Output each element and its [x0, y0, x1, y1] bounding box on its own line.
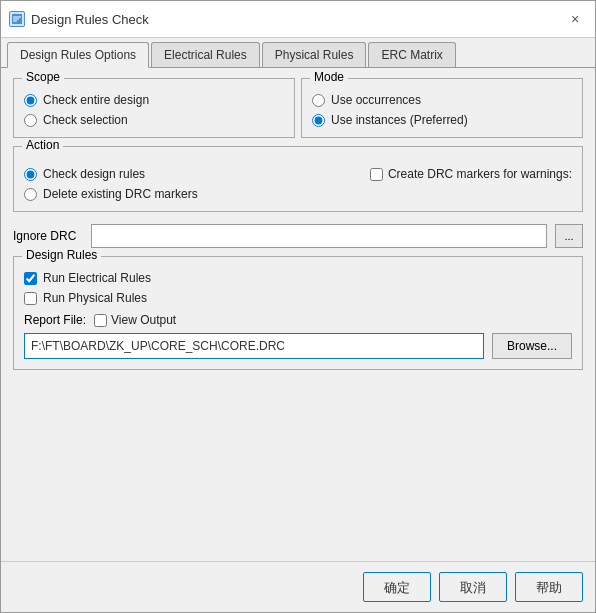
title-bar: Design Rules Check × [1, 1, 595, 38]
scope-selection-label: Check selection [43, 113, 128, 127]
run-physical-item[interactable]: Run Physical Rules [24, 291, 572, 305]
scope-group: Scope Check entire design Check selectio… [13, 78, 295, 138]
run-physical-label: Run Physical Rules [43, 291, 147, 305]
file-path-row: Browse... [24, 333, 572, 359]
tab-electrical-rules[interactable]: Electrical Rules [151, 42, 260, 67]
scope-selection-radio[interactable] [24, 114, 37, 127]
browse-button[interactable]: Browse... [492, 333, 572, 359]
tab-erc-matrix[interactable]: ERC Matrix [368, 42, 455, 67]
scope-radio-group: Check entire design Check selection [24, 93, 284, 127]
run-electrical-label: Run Electrical Rules [43, 271, 151, 285]
title-bar-left: Design Rules Check [9, 11, 149, 27]
run-electrical-item[interactable]: Run Electrical Rules [24, 271, 572, 285]
main-window: Design Rules Check × Design Rules Option… [0, 0, 596, 613]
tab-physical-rules[interactable]: Physical Rules [262, 42, 367, 67]
report-file-label: Report File: [24, 313, 86, 327]
mode-instances[interactable]: Use instances (Preferred) [312, 113, 572, 127]
ignore-drc-row: Ignore DRC ... [13, 224, 583, 248]
action-delete-markers[interactable]: Delete existing DRC markers [24, 187, 198, 201]
design-rules-checkboxes: Run Electrical Rules Run Physical Rules [24, 271, 572, 305]
create-drc-label: Create DRC markers for warnings: [388, 167, 572, 181]
action-left: Check design rules Delete existing DRC m… [24, 167, 198, 201]
mode-occurrences[interactable]: Use occurrences [312, 93, 572, 107]
close-button[interactable]: × [563, 7, 587, 31]
create-drc-checkbox-item[interactable]: Create DRC markers for warnings: [370, 167, 572, 181]
action-right: Create DRC markers for warnings: [370, 167, 572, 201]
run-physical-checkbox[interactable] [24, 292, 37, 305]
mode-occurrences-radio[interactable] [312, 94, 325, 107]
scope-entire-label: Check entire design [43, 93, 149, 107]
action-delete-radio[interactable] [24, 188, 37, 201]
scope-entire-radio[interactable] [24, 94, 37, 107]
window-title: Design Rules Check [31, 12, 149, 27]
tab-design-rules-options[interactable]: Design Rules Options [7, 42, 149, 68]
mode-instances-radio[interactable] [312, 114, 325, 127]
ignore-drc-label: Ignore DRC [13, 229, 83, 243]
ignore-drc-ellipsis-button[interactable]: ... [555, 224, 583, 248]
footer: 确定 取消 帮助 [1, 561, 595, 612]
confirm-button[interactable]: 确定 [363, 572, 431, 602]
mode-occurrences-label: Use occurrences [331, 93, 421, 107]
scope-entire-design[interactable]: Check entire design [24, 93, 284, 107]
help-button[interactable]: 帮助 [515, 572, 583, 602]
mode-group: Mode Use occurrences Use instances (Pref… [301, 78, 583, 138]
scope-mode-row: Scope Check entire design Check selectio… [13, 78, 583, 138]
cancel-button[interactable]: 取消 [439, 572, 507, 602]
mode-instances-label: Use instances (Preferred) [331, 113, 468, 127]
scope-legend: Scope [22, 70, 64, 84]
file-path-input[interactable] [24, 333, 484, 359]
action-group: Action Check design rules Delete existin… [13, 146, 583, 212]
app-icon [9, 11, 25, 27]
action-check-radio[interactable] [24, 168, 37, 181]
design-rules-group: Design Rules Run Electrical Rules Run Ph… [13, 256, 583, 370]
action-legend: Action [22, 138, 63, 152]
report-file-row: Report File: View Output [24, 313, 572, 327]
main-content: Scope Check entire design Check selectio… [1, 68, 595, 561]
view-output-label: View Output [111, 313, 176, 327]
scope-selection[interactable]: Check selection [24, 113, 284, 127]
mode-legend: Mode [310, 70, 348, 84]
run-electrical-checkbox[interactable] [24, 272, 37, 285]
action-check-design[interactable]: Check design rules [24, 167, 198, 181]
view-output-checkbox[interactable] [94, 314, 107, 327]
action-delete-label: Delete existing DRC markers [43, 187, 198, 201]
action-check-label: Check design rules [43, 167, 145, 181]
mode-radio-group: Use occurrences Use instances (Preferred… [312, 93, 572, 127]
ignore-drc-input[interactable] [91, 224, 547, 248]
design-rules-legend: Design Rules [22, 248, 101, 262]
create-drc-checkbox[interactable] [370, 168, 383, 181]
view-output-item[interactable]: View Output [94, 313, 176, 327]
tab-bar: Design Rules Options Electrical Rules Ph… [1, 38, 595, 68]
